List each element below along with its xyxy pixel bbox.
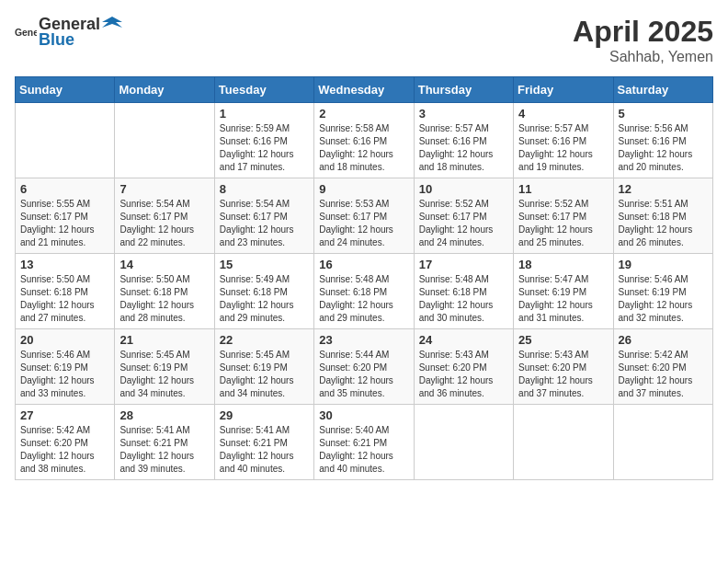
day-info: Sunrise: 5:40 AMSunset: 6:21 PMDaylight:… <box>319 424 408 476</box>
table-row: 30Sunrise: 5:40 AMSunset: 6:21 PMDayligh… <box>314 405 414 480</box>
table-row: 22Sunrise: 5:45 AMSunset: 6:19 PMDayligh… <box>214 329 313 405</box>
day-number: 6 <box>20 182 109 196</box>
day-info: Sunrise: 5:41 AMSunset: 6:21 PMDaylight:… <box>119 424 209 476</box>
day-number: 24 <box>419 333 508 347</box>
calendar-location: Sahhab, Yemen <box>573 49 713 65</box>
logo-blue: Blue <box>39 31 122 50</box>
logo-icon: General <box>15 21 37 43</box>
calendar-table: Sunday Monday Tuesday Wednesday Thursday… <box>15 76 713 480</box>
table-row: 9Sunrise: 5:53 AMSunset: 6:17 PMDaylight… <box>314 178 414 254</box>
day-number: 18 <box>518 258 608 271</box>
col-sunday: Sunday <box>16 77 115 103</box>
day-info: Sunrise: 5:41 AMSunset: 6:21 PMDaylight:… <box>220 424 309 476</box>
table-row: 27Sunrise: 5:42 AMSunset: 6:20 PMDayligh… <box>16 405 115 480</box>
day-number: 11 <box>518 182 608 196</box>
page-header: General General Blue April 2025 Sahhab, … <box>15 15 713 65</box>
table-row: 15Sunrise: 5:49 AMSunset: 6:18 PMDayligh… <box>214 254 313 329</box>
day-number: 5 <box>619 107 708 121</box>
day-info: Sunrise: 5:53 AMSunset: 6:17 PMDaylight:… <box>319 198 408 249</box>
table-row: 1Sunrise: 5:59 AMSunset: 6:16 PMDaylight… <box>214 103 313 178</box>
table-row: 5Sunrise: 5:56 AMSunset: 6:16 PMDaylight… <box>613 103 712 178</box>
table-row <box>514 405 613 480</box>
day-info: Sunrise: 5:43 AMSunset: 6:20 PMDaylight:… <box>419 349 508 400</box>
day-number: 27 <box>20 408 109 422</box>
table-row <box>16 103 115 178</box>
day-number: 15 <box>220 258 309 271</box>
day-info: Sunrise: 5:43 AMSunset: 6:20 PMDaylight:… <box>518 349 608 400</box>
day-info: Sunrise: 5:56 AMSunset: 6:16 PMDaylight:… <box>619 122 708 174</box>
day-number: 9 <box>319 182 408 196</box>
day-number: 21 <box>119 333 209 347</box>
col-thursday: Thursday <box>414 77 513 103</box>
day-number: 23 <box>319 333 408 347</box>
day-info: Sunrise: 5:52 AMSunset: 6:17 PMDaylight:… <box>419 198 508 249</box>
table-row: 25Sunrise: 5:43 AMSunset: 6:20 PMDayligh… <box>514 329 613 405</box>
day-number: 1 <box>220 107 309 121</box>
day-info: Sunrise: 5:48 AMSunset: 6:18 PMDaylight:… <box>419 273 508 325</box>
col-monday: Monday <box>115 77 214 103</box>
day-info: Sunrise: 5:50 AMSunset: 6:18 PMDaylight:… <box>20 273 109 325</box>
day-number: 29 <box>220 408 309 422</box>
day-info: Sunrise: 5:46 AMSunset: 6:19 PMDaylight:… <box>20 349 109 400</box>
svg-marker-1 <box>102 17 122 28</box>
svg-text:General: General <box>15 28 37 38</box>
day-info: Sunrise: 5:45 AMSunset: 6:19 PMDaylight:… <box>220 349 309 400</box>
day-number: 22 <box>220 333 309 347</box>
table-row: 6Sunrise: 5:55 AMSunset: 6:17 PMDaylight… <box>16 178 115 254</box>
day-info: Sunrise: 5:54 AMSunset: 6:17 PMDaylight:… <box>220 198 309 249</box>
day-info: Sunrise: 5:50 AMSunset: 6:18 PMDaylight:… <box>119 273 209 325</box>
week-row-2: 6Sunrise: 5:55 AMSunset: 6:17 PMDaylight… <box>16 178 713 254</box>
day-number: 13 <box>20 258 109 271</box>
day-info: Sunrise: 5:54 AMSunset: 6:17 PMDaylight:… <box>119 198 209 249</box>
table-row: 3Sunrise: 5:57 AMSunset: 6:16 PMDaylight… <box>414 103 513 178</box>
week-row-3: 13Sunrise: 5:50 AMSunset: 6:18 PMDayligh… <box>16 254 713 329</box>
table-row: 18Sunrise: 5:47 AMSunset: 6:19 PMDayligh… <box>514 254 613 329</box>
day-number: 16 <box>319 258 408 271</box>
table-row: 21Sunrise: 5:45 AMSunset: 6:19 PMDayligh… <box>115 329 214 405</box>
day-number: 10 <box>419 182 508 196</box>
table-row: 23Sunrise: 5:44 AMSunset: 6:20 PMDayligh… <box>314 329 414 405</box>
table-row: 8Sunrise: 5:54 AMSunset: 6:17 PMDaylight… <box>214 178 313 254</box>
col-friday: Friday <box>514 77 613 103</box>
table-row: 7Sunrise: 5:54 AMSunset: 6:17 PMDaylight… <box>115 178 214 254</box>
day-number: 2 <box>319 107 408 121</box>
day-info: Sunrise: 5:45 AMSunset: 6:19 PMDaylight:… <box>119 349 209 400</box>
table-row: 4Sunrise: 5:57 AMSunset: 6:16 PMDaylight… <box>514 103 613 178</box>
table-row: 29Sunrise: 5:41 AMSunset: 6:21 PMDayligh… <box>214 405 313 480</box>
table-row: 2Sunrise: 5:58 AMSunset: 6:16 PMDaylight… <box>314 103 414 178</box>
table-row: 11Sunrise: 5:52 AMSunset: 6:17 PMDayligh… <box>514 178 613 254</box>
day-number: 17 <box>419 258 508 271</box>
day-number: 8 <box>220 182 309 196</box>
calendar-header-row: Sunday Monday Tuesday Wednesday Thursday… <box>16 77 713 103</box>
day-info: Sunrise: 5:47 AMSunset: 6:19 PMDaylight:… <box>518 273 608 325</box>
day-info: Sunrise: 5:42 AMSunset: 6:20 PMDaylight:… <box>619 349 708 400</box>
col-wednesday: Wednesday <box>314 77 414 103</box>
day-number: 28 <box>119 408 209 422</box>
col-saturday: Saturday <box>613 77 712 103</box>
calendar-title: April 2025 <box>573 15 713 49</box>
table-row: 28Sunrise: 5:41 AMSunset: 6:21 PMDayligh… <box>115 405 214 480</box>
logo: General General Blue <box>15 15 122 50</box>
col-tuesday: Tuesday <box>214 77 313 103</box>
day-number: 7 <box>119 182 209 196</box>
table-row: 10Sunrise: 5:52 AMSunset: 6:17 PMDayligh… <box>414 178 513 254</box>
day-info: Sunrise: 5:49 AMSunset: 6:18 PMDaylight:… <box>220 273 309 325</box>
day-info: Sunrise: 5:55 AMSunset: 6:17 PMDaylight:… <box>20 198 109 249</box>
day-number: 4 <box>518 107 608 121</box>
table-row <box>414 405 513 480</box>
day-number: 3 <box>419 107 508 121</box>
table-row: 16Sunrise: 5:48 AMSunset: 6:18 PMDayligh… <box>314 254 414 329</box>
day-number: 14 <box>119 258 209 271</box>
day-info: Sunrise: 5:48 AMSunset: 6:18 PMDaylight:… <box>319 273 408 325</box>
day-info: Sunrise: 5:59 AMSunset: 6:16 PMDaylight:… <box>220 122 309 174</box>
week-row-5: 27Sunrise: 5:42 AMSunset: 6:20 PMDayligh… <box>16 405 713 480</box>
table-row: 17Sunrise: 5:48 AMSunset: 6:18 PMDayligh… <box>414 254 513 329</box>
day-number: 12 <box>619 182 708 196</box>
day-number: 20 <box>20 333 109 347</box>
table-row <box>613 405 712 480</box>
day-info: Sunrise: 5:52 AMSunset: 6:17 PMDaylight:… <box>518 198 608 249</box>
table-row: 13Sunrise: 5:50 AMSunset: 6:18 PMDayligh… <box>16 254 115 329</box>
day-number: 25 <box>518 333 608 347</box>
table-row <box>115 103 214 178</box>
day-info: Sunrise: 5:51 AMSunset: 6:18 PMDaylight:… <box>619 198 708 249</box>
